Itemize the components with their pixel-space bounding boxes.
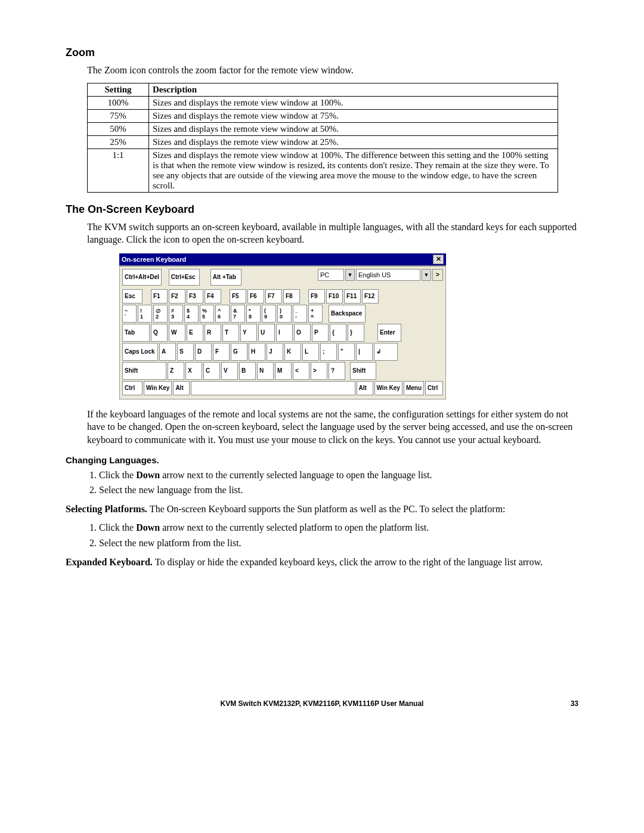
page-footer: KVM Switch KVM2132P, KVM2116P, KVM1116P … xyxy=(66,699,578,708)
key-f6[interactable]: F6 xyxy=(247,289,264,304)
key-f2[interactable]: F2 xyxy=(169,289,185,304)
key-u[interactable]: U xyxy=(258,324,275,342)
ctrl-esc-button[interactable]: Ctrl+Esc xyxy=(169,269,200,286)
key-m[interactable]: M xyxy=(275,362,292,380)
key-ctrl[interactable]: Ctrl xyxy=(425,381,443,395)
key-x[interactable]: X xyxy=(185,362,202,380)
key-a[interactable]: A xyxy=(159,343,176,361)
key-|[interactable]: | xyxy=(356,343,373,361)
key-space[interactable] xyxy=(191,381,355,395)
key-q[interactable]: Q xyxy=(151,324,168,342)
expand-arrow-button[interactable]: > xyxy=(432,269,443,281)
key-g[interactable]: G xyxy=(231,343,247,361)
key--[interactable]: _- xyxy=(293,305,307,323)
zoom-cell: 75% xyxy=(88,109,149,122)
key-winkey[interactable]: Win Key xyxy=(374,381,402,395)
key-menu[interactable]: Menu xyxy=(404,381,424,395)
key-p[interactable]: P xyxy=(312,324,329,342)
platform-select[interactable]: PC xyxy=(318,269,344,281)
key-2[interactable]: @2 xyxy=(153,305,168,323)
key-f[interactable]: F xyxy=(213,343,230,361)
table-row: 25%Sizes and displays the remote view wi… xyxy=(88,135,558,148)
key-esc[interactable]: Esc xyxy=(122,289,143,304)
key-f12[interactable]: F12 xyxy=(362,289,379,304)
key-o[interactable]: O xyxy=(294,324,311,342)
key-f10[interactable]: F10 xyxy=(326,289,343,304)
z-row: ShiftZXCVBNM<>?Shift xyxy=(122,362,443,380)
key-f4[interactable]: F4 xyxy=(205,289,221,304)
key-backspace[interactable]: Backspace xyxy=(329,305,366,323)
key-i[interactable]: I xyxy=(276,324,293,342)
key-"[interactable]: " xyxy=(338,343,355,361)
key-alt[interactable]: Alt xyxy=(357,381,373,395)
key-c[interactable]: C xyxy=(203,362,220,380)
key-5[interactable]: %5 xyxy=(200,305,214,323)
key-v[interactable]: V xyxy=(221,362,238,380)
key-8[interactable]: *8 xyxy=(246,305,261,323)
key-h[interactable]: H xyxy=(249,343,265,361)
key-;[interactable]: ; xyxy=(320,343,337,361)
key-enter-ext[interactable]: ↲ xyxy=(374,343,398,361)
osk-intro: The KVM switch supports an on-screen key… xyxy=(87,221,578,246)
table-row: 50%Sizes and displays the remote view wi… xyxy=(88,122,558,135)
key-3[interactable]: #3 xyxy=(169,305,183,323)
key-b[interactable]: B xyxy=(239,362,256,380)
language-select[interactable]: English US xyxy=(356,269,420,281)
key-{[interactable]: { xyxy=(330,324,346,342)
key-k[interactable]: K xyxy=(284,343,301,361)
key-j[interactable]: J xyxy=(267,343,283,361)
key-f8[interactable]: F8 xyxy=(283,289,300,304)
key-f11[interactable]: F11 xyxy=(344,289,361,304)
list-item: Select the new platform from the list. xyxy=(99,537,578,550)
key-d[interactable]: D xyxy=(195,343,212,361)
key-f1[interactable]: F1 xyxy=(151,289,168,304)
chevron-down-icon[interactable]: ▼ xyxy=(345,269,355,281)
key-shift-right[interactable]: Shift xyxy=(350,362,376,380)
changing-lang-steps: Click the Down arrow next to the current… xyxy=(99,469,578,497)
key-f9[interactable]: F9 xyxy=(308,289,325,304)
key-0[interactable]: )0 xyxy=(277,305,292,323)
key-alt[interactable]: Alt xyxy=(173,381,190,395)
key-l[interactable]: L xyxy=(302,343,319,361)
key-capslock[interactable]: Caps Lock xyxy=(122,343,158,361)
key-y[interactable]: Y xyxy=(240,324,257,342)
list-item: Select the new language from the list. xyxy=(99,484,578,497)
expanded-para: Expanded Keyboard. To display or hide th… xyxy=(66,556,578,569)
key-e[interactable]: E xyxy=(187,324,203,342)
alt-tab-button[interactable]: Alt +Tab xyxy=(210,269,242,286)
key-1[interactable]: !1 xyxy=(138,305,152,323)
chevron-down-icon[interactable]: ▼ xyxy=(422,269,431,281)
key-w[interactable]: W xyxy=(169,324,185,342)
key-n[interactable]: N xyxy=(257,362,274,380)
key-`[interactable]: ~` xyxy=(122,305,137,323)
key-shift-left[interactable]: Shift xyxy=(122,362,166,380)
key-7[interactable]: &7 xyxy=(231,305,245,323)
key-9[interactable]: (9 xyxy=(262,305,276,323)
key-z[interactable]: Z xyxy=(168,362,184,380)
key-?[interactable]: ? xyxy=(329,362,345,380)
key-}[interactable]: } xyxy=(348,324,364,342)
key-6[interactable]: ^6 xyxy=(215,305,230,323)
key-=[interactable]: += xyxy=(308,305,323,323)
key->[interactable]: > xyxy=(311,362,327,380)
key-tab[interactable]: Tab xyxy=(122,324,150,342)
key-f3[interactable]: F3 xyxy=(187,289,203,304)
key-4[interactable]: $4 xyxy=(184,305,199,323)
key-winkey[interactable]: Win Key xyxy=(144,381,172,395)
table-row: 75%Sizes and displays the remote view wi… xyxy=(88,109,558,122)
key-r[interactable]: R xyxy=(205,324,221,342)
key-enter[interactable]: Enter xyxy=(377,324,401,342)
key-f7[interactable]: F7 xyxy=(265,289,282,304)
key-<[interactable]: < xyxy=(293,362,309,380)
key-t[interactable]: T xyxy=(222,324,239,342)
key-f5[interactable]: F5 xyxy=(230,289,246,304)
osk-window: On-screen Keyboard ✕ Ctrl+Alt+Del Ctrl+E… xyxy=(119,253,446,400)
key-s[interactable]: S xyxy=(177,343,194,361)
num-row: ~`!1@2#3$4%5^6&7*8(9)0_-+=Backspace xyxy=(122,305,443,323)
a-row: Caps LockASDFGHJKL;"|↲ xyxy=(122,343,443,361)
close-icon[interactable]: ✕ xyxy=(433,255,444,264)
key-ctrl[interactable]: Ctrl xyxy=(122,381,143,395)
zoom-cell: 1:1 xyxy=(88,148,149,192)
bottom-row: CtrlWin KeyAltAltWin KeyMenuCtrl xyxy=(122,381,443,395)
ctrl-alt-del-button[interactable]: Ctrl+Alt+Del xyxy=(122,269,162,286)
